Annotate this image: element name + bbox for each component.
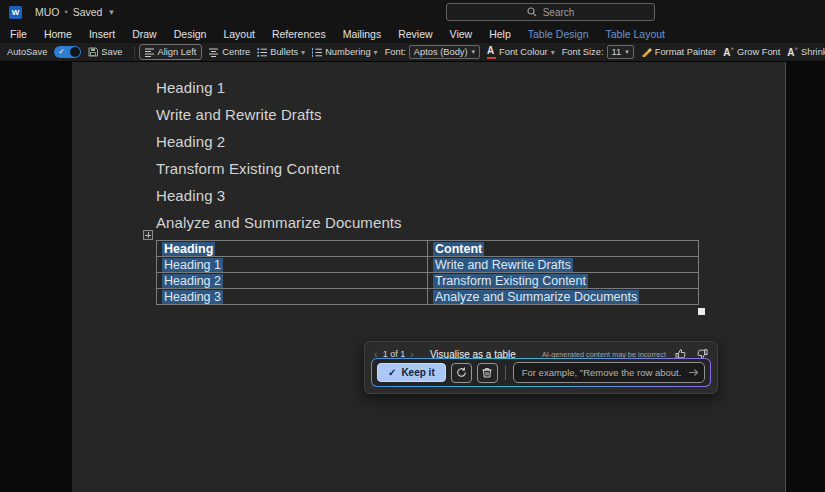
menu-table-layout[interactable]: Table Layout bbox=[605, 28, 665, 40]
menu-view[interactable]: View bbox=[450, 28, 473, 40]
font-size-label: Font Size: bbox=[562, 47, 604, 57]
selected-text: Transform Existing Content bbox=[433, 274, 588, 288]
delete-button[interactable] bbox=[477, 363, 498, 383]
copilot-command-bar: ✓ Keep it bbox=[371, 358, 711, 387]
table-cell[interactable]: Heading 2 bbox=[157, 273, 428, 289]
save-icon bbox=[88, 47, 98, 57]
bullets-icon bbox=[257, 48, 267, 57]
doc-name: MUO bbox=[35, 6, 60, 18]
menu-draw[interactable]: Draw bbox=[132, 28, 157, 40]
ribbon-toolbar: AutoSave ✓ Save Align Left Centre Bullet… bbox=[0, 43, 825, 62]
menu-insert[interactable]: Insert bbox=[89, 28, 115, 40]
paragraph[interactable]: Write and Rewrite Drafts bbox=[156, 101, 402, 128]
table-row[interactable]: Heading 1 Write and Rewrite Drafts bbox=[157, 257, 699, 273]
copilot-panel: ‹ 1 of 1 › Visualise as a table AI-gener… bbox=[364, 341, 718, 394]
menu-help[interactable]: Help bbox=[489, 28, 511, 40]
divider bbox=[505, 365, 506, 380]
send-icon[interactable] bbox=[688, 367, 699, 378]
table-cell[interactable]: Heading 3 bbox=[157, 289, 428, 305]
selected-text: Heading 1 bbox=[162, 258, 223, 272]
numbering-button[interactable]: Numbering ▾ bbox=[312, 47, 378, 57]
table-cell[interactable]: Heading 1 bbox=[157, 257, 428, 273]
grow-font-label: Grow Font bbox=[737, 47, 780, 57]
centre-button[interactable]: Centre bbox=[209, 47, 250, 57]
document-table[interactable]: Heading Content Heading 1 Write and Rewr… bbox=[156, 240, 699, 305]
keep-it-button[interactable]: ✓ Keep it bbox=[377, 363, 446, 382]
paragraph[interactable]: Transform Existing Content bbox=[156, 155, 402, 182]
document-title[interactable]: MUO • Saved ▼ bbox=[35, 6, 115, 18]
shrink-font-icon: A˅ bbox=[787, 46, 798, 57]
chevron-down-icon[interactable]: ▾ bbox=[301, 48, 305, 57]
grow-font-icon: A˄ bbox=[723, 46, 734, 57]
menu-home[interactable]: Home bbox=[44, 28, 72, 40]
bullets-button[interactable]: Bullets ▾ bbox=[257, 47, 305, 57]
table-resize-handle[interactable] bbox=[698, 308, 705, 315]
font-size-value: 11 bbox=[612, 47, 622, 57]
grow-font-button[interactable]: A˄ Grow Font bbox=[723, 46, 780, 57]
format-painter-button[interactable]: Format Painter bbox=[641, 47, 716, 57]
selected-text: Heading 3 bbox=[162, 290, 223, 304]
font-size-dropdown[interactable]: 11 ▾ bbox=[607, 45, 634, 59]
shrink-font-label: Shrink Font bbox=[801, 47, 825, 57]
table-row[interactable]: Heading 2 Transform Existing Content bbox=[157, 273, 699, 289]
table-header-row[interactable]: Heading Content bbox=[157, 241, 699, 257]
font-colour-icon: A bbox=[487, 46, 496, 59]
menu-review[interactable]: Review bbox=[398, 28, 432, 40]
chevron-down-icon[interactable]: ▾ bbox=[374, 48, 378, 57]
document-page[interactable]: Heading 1 Write and Rewrite Drafts Headi… bbox=[72, 62, 786, 492]
chevron-down-icon: ▾ bbox=[472, 48, 476, 56]
chevron-down-icon: ▾ bbox=[625, 48, 629, 56]
paragraph[interactable]: Heading 3 bbox=[156, 182, 402, 209]
selected-text: Heading bbox=[162, 242, 215, 256]
title-bar: W MUO • Saved ▼ Search bbox=[0, 0, 825, 24]
search-placeholder: Search bbox=[543, 7, 575, 18]
menu-design[interactable]: Design bbox=[174, 28, 207, 40]
save-label: Save bbox=[101, 47, 122, 57]
chevron-down-icon[interactable]: ▼ bbox=[107, 8, 115, 17]
search-icon bbox=[527, 7, 537, 17]
align-left-icon bbox=[145, 48, 155, 57]
paragraph[interactable]: Analyze and Summarize Documents bbox=[156, 209, 402, 236]
chevron-down-icon[interactable]: ▾ bbox=[551, 48, 555, 57]
font-name-dropdown[interactable]: Aptos (Body) ▾ bbox=[409, 45, 480, 59]
selected-text: Heading 2 bbox=[162, 274, 223, 288]
align-left-button[interactable]: Align Left bbox=[139, 44, 203, 60]
bullets-label: Bullets bbox=[270, 47, 298, 57]
menu-mailings[interactable]: Mailings bbox=[343, 28, 382, 40]
autosave-group: AutoSave ✓ bbox=[7, 46, 81, 58]
numbering-icon bbox=[312, 48, 322, 57]
save-button[interactable]: Save bbox=[88, 47, 122, 57]
word-app-icon: W bbox=[9, 6, 22, 19]
menu-file[interactable]: File bbox=[10, 28, 27, 40]
font-name-value: Aptos (Body) bbox=[414, 47, 468, 57]
divider bbox=[134, 46, 135, 59]
font-colour-button[interactable]: A Font Colour ▾ bbox=[487, 46, 555, 59]
search-input[interactable]: Search bbox=[446, 3, 655, 21]
autosave-label: AutoSave bbox=[7, 47, 47, 57]
table-cell[interactable]: Transform Existing Content bbox=[428, 273, 699, 289]
menu-table-design[interactable]: Table Design bbox=[528, 28, 589, 40]
format-painter-label: Format Painter bbox=[655, 47, 716, 57]
paragraph[interactable]: Heading 1 bbox=[156, 74, 402, 101]
numbering-label: Numbering bbox=[325, 47, 370, 57]
menu-bar: File Home Insert Draw Design Layout Refe… bbox=[0, 24, 825, 43]
table-header-cell[interactable]: Content bbox=[428, 241, 699, 257]
table-cell[interactable]: Write and Rewrite Drafts bbox=[428, 257, 699, 273]
autosave-toggle[interactable]: ✓ bbox=[54, 46, 81, 58]
paragraph[interactable]: Heading 2 bbox=[156, 128, 402, 155]
menu-layout[interactable]: Layout bbox=[223, 28, 255, 40]
table-move-handle[interactable] bbox=[143, 230, 153, 240]
document-body-text: Heading 1 Write and Rewrite Drafts Headi… bbox=[156, 74, 402, 236]
regenerate-button[interactable] bbox=[451, 363, 472, 383]
table-header-cell[interactable]: Heading bbox=[157, 241, 428, 257]
table-row[interactable]: Heading 3 Analyze and Summarize Document… bbox=[157, 289, 699, 305]
copilot-prompt-input[interactable] bbox=[513, 362, 705, 383]
menu-references[interactable]: References bbox=[272, 28, 326, 40]
dot-separator: • bbox=[65, 7, 68, 17]
table-cell[interactable]: Analyze and Summarize Documents bbox=[428, 289, 699, 305]
align-left-label: Align Left bbox=[158, 47, 197, 57]
copilot-input-wrap bbox=[513, 362, 705, 383]
selected-text: Analyze and Summarize Documents bbox=[433, 290, 639, 304]
format-painter-icon bbox=[641, 47, 652, 57]
shrink-font-button[interactable]: A˅ Shrink Font bbox=[787, 46, 825, 57]
